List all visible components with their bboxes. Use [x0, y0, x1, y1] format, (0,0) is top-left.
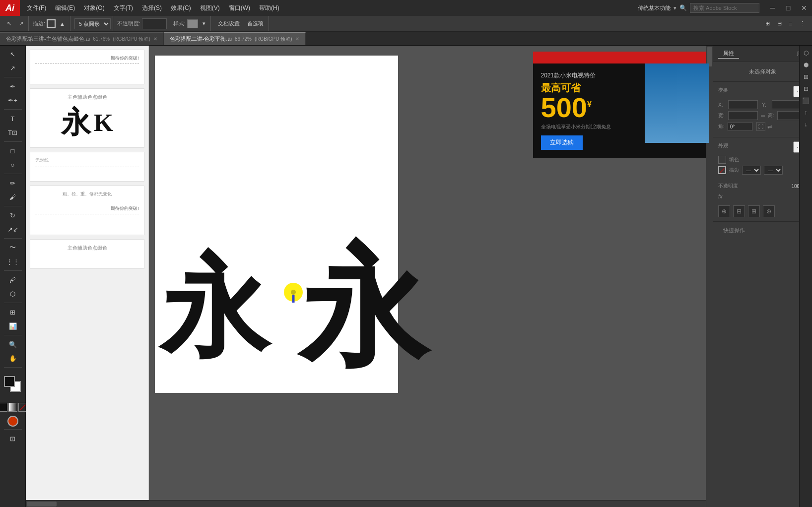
direct-select-btn[interactable]: ↗ — [16, 19, 26, 28]
ad-currency: ¥ — [587, 100, 592, 109]
slide-card-3: 无对线 — [30, 152, 144, 182]
menu-file[interactable]: 文件(F) — [23, 2, 50, 14]
menu-edit[interactable]: 编辑(E) — [51, 2, 79, 14]
align-btn[interactable]: ≡ — [786, 19, 795, 28]
menu-effect[interactable]: 效果(C) — [167, 2, 195, 14]
layer-align-btn[interactable]: ⊟ — [733, 205, 745, 217]
arrange-btn[interactable]: ⊞ — [762, 19, 773, 28]
distribute-btn[interactable]: ⊟ — [774, 19, 785, 28]
close-button[interactable]: ✕ — [796, 0, 812, 16]
stroke-swatch[interactable] — [718, 166, 726, 174]
graph-tool[interactable]: 📊 — [2, 319, 24, 332]
direct-select-tool[interactable]: ↗ — [2, 62, 24, 74]
menu-help[interactable]: 帮助(H) — [255, 2, 283, 14]
slide-1-expect-text: 期待你的突破! — [111, 55, 139, 62]
style-swatch[interactable] — [187, 19, 198, 28]
rotate-tool[interactable]: ↻ — [2, 209, 24, 222]
angle-row: 角: ⛶ ⇌ — [718, 122, 807, 131]
panel-icon-3[interactable]: ⊞ — [802, 72, 811, 81]
preferences-btn[interactable]: 首选项 — [244, 18, 267, 29]
tools-panel: ↖ ↗ ✒ ✒+ T T⊡ □ ○ ✏ 🖌 ↻ ↗↙ 〜 ⋮⋮ 🖋 ⬡ ⊞ 📊 … — [0, 46, 26, 507]
tab-2[interactable]: 色彩搭配二讲-色彩平衡.ai 86.72% (RGB/GPU 预览) ✕ — [164, 32, 306, 45]
panel-icon-4[interactable]: ⊟ — [802, 84, 811, 93]
layer-pathfinder-btn[interactable]: ⊞ — [748, 205, 760, 217]
no-selection-label: 未选择对象 — [718, 66, 807, 77]
panel-icon-1[interactable]: ⬡ — [802, 49, 811, 58]
angle-input[interactable] — [728, 122, 752, 131]
orange-circle[interactable] — [7, 416, 18, 427]
rect-tool[interactable]: □ — [2, 144, 24, 157]
x-input[interactable]: 0 px — [728, 100, 758, 109]
hand-tool[interactable]: ✋ — [2, 352, 24, 365]
slide-1-dashed-line — [35, 63, 139, 64]
width-tool[interactable]: ⋮⋮ — [2, 255, 24, 268]
stroke-style-select[interactable]: — — [764, 166, 783, 175]
canvas-area[interactable]: 期待你的突破! 主色辅助色点缀色 永 K 无对线 — [26, 46, 713, 507]
scale-tool[interactable]: ↗↙ — [2, 223, 24, 236]
opacity-input[interactable]: 100% — [142, 18, 167, 29]
maximize-button[interactable]: □ — [780, 0, 796, 16]
brush-select[interactable]: 5 点圆形 — [74, 18, 111, 29]
ellipse-tool[interactable]: ○ — [2, 158, 24, 171]
blend-tool[interactable]: ⬡ — [2, 287, 24, 300]
solid-color-btn[interactable] — [0, 403, 7, 412]
panel-icon-7[interactable]: ↓ — [802, 120, 811, 129]
type-tool[interactable]: T — [2, 112, 24, 125]
artboard-tool[interactable]: ⊡ — [2, 432, 24, 445]
stroke-up-btn[interactable]: ▲ — [57, 19, 68, 28]
ad-buy-btn[interactable]: 立即选购 — [541, 135, 583, 150]
layer-arrange-btn[interactable]: ⊕ — [718, 205, 730, 217]
main-layout: ↖ ↗ ✒ ✒+ T T⊡ □ ○ ✏ 🖌 ↻ ↗↙ 〜 ⋮⋮ 🖋 ⬡ ⊞ 📊 … — [0, 46, 812, 507]
transform-link-btn[interactable]: ⇌ — [767, 123, 772, 130]
menu-object[interactable]: 对象(O) — [80, 2, 108, 14]
selection-tool-btn[interactable]: ↖ — [4, 19, 14, 28]
hscroll-thumb[interactable] — [27, 502, 57, 507]
menu-text[interactable]: 文字(T) — [110, 2, 137, 14]
workspace-label: 传统基本功能 — [638, 4, 671, 12]
zoom-tool[interactable]: 🔍 — [2, 338, 24, 351]
pen-tool[interactable]: ✒ — [2, 80, 24, 93]
menu-view[interactable]: 视图(V) — [196, 2, 224, 14]
gradient-btn[interactable] — [8, 403, 17, 412]
tab-1-mode: (RGB/GPU 预览) — [113, 36, 150, 43]
wh-row: 宽: 0 px 高: 0 px — [718, 111, 807, 120]
window-controls: ─ □ ✕ — [764, 0, 812, 16]
tab-1[interactable]: 色彩搭配第三讲-主色辅色点缀色.ai 61.76% (RGB/GPU 预览) ✕ — [0, 32, 164, 45]
angle-label: 角: — [718, 123, 725, 130]
tab-2-close-btn[interactable]: ✕ — [295, 36, 299, 42]
pencil-tool[interactable]: ✏ — [2, 177, 24, 190]
tab-1-close-btn[interactable]: ✕ — [153, 36, 157, 42]
w-input[interactable]: 0 px — [728, 111, 758, 120]
select-tool[interactable]: ↖ — [2, 48, 24, 61]
quick-actions-title: 快捷操作 — [718, 224, 807, 236]
warp-tool[interactable]: 〜 — [2, 241, 24, 254]
y-input[interactable]: 0 px — [772, 100, 802, 109]
layer-transform-btn[interactable]: ⊛ — [763, 205, 775, 217]
ad-red-bar — [533, 52, 709, 63]
panel-icon-5[interactable]: ⬛ — [802, 96, 811, 105]
stroke-color-swatch[interactable] — [47, 19, 56, 28]
constrain-btn[interactable]: ⛶ — [756, 122, 765, 131]
add-point-tool[interactable]: ✒+ — [2, 94, 24, 107]
search-input[interactable] — [690, 3, 759, 13]
doc-settings-btn[interactable]: 文档设置 — [215, 18, 243, 29]
more-options-btn[interactable]: ⋮ — [797, 19, 808, 28]
prop-tab-properties[interactable]: 属性 — [718, 49, 739, 59]
eyedropper-tool[interactable]: 🖋 — [2, 273, 24, 286]
tab-1-label: 色彩搭配第三讲-主色辅色点缀色.ai — [6, 35, 90, 43]
brush-tool[interactable]: 🖌 — [2, 190, 24, 203]
stroke-weight-select[interactable]: — — [742, 166, 761, 175]
workspace-dropdown-icon[interactable]: ▾ — [674, 5, 677, 11]
menu-select[interactable]: 选择(S) — [138, 2, 166, 14]
area-type-tool[interactable]: T⊡ — [2, 126, 24, 139]
slice-tool[interactable]: ⊞ — [2, 306, 24, 318]
style-dropdown-btn[interactable]: ▾ — [200, 19, 208, 28]
menu-window[interactable]: 窗口(W) — [225, 2, 254, 14]
panel-icon-6[interactable]: ↑ — [802, 108, 811, 117]
layer-btns: ⊕ ⊟ ⊞ ⊛ — [713, 201, 812, 221]
minimize-button[interactable]: ─ — [764, 0, 780, 16]
canvas-hscroll[interactable] — [26, 500, 706, 507]
panel-icon-2[interactable]: ⬢ — [802, 61, 811, 69]
fill-color-box[interactable] — [4, 376, 15, 387]
fill-swatch[interactable] — [718, 156, 726, 164]
